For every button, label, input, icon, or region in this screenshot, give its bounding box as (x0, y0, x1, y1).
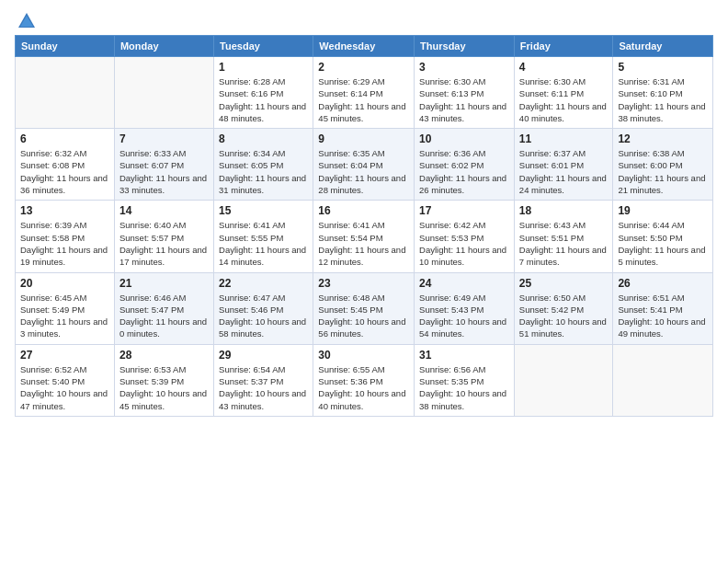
day-number: 24 (419, 277, 509, 290)
calendar-cell: 3Sunrise: 6:30 AM Sunset: 6:13 PM Daylig… (415, 57, 515, 129)
day-info: Sunrise: 6:50 AM Sunset: 5:42 PM Dayligh… (519, 292, 609, 340)
day-info: Sunrise: 6:33 AM Sunset: 6:07 PM Dayligh… (119, 147, 209, 196)
calendar-cell: 24Sunrise: 6:49 AM Sunset: 5:43 PM Dayli… (415, 272, 515, 344)
day-info: Sunrise: 6:30 AM Sunset: 6:13 PM Dayligh… (419, 75, 509, 124)
day-number: 15 (219, 204, 308, 217)
day-number: 28 (119, 349, 209, 362)
day-info: Sunrise: 6:52 AM Sunset: 5:40 PM Dayligh… (20, 363, 109, 412)
day-number: 27 (20, 349, 109, 362)
day-info: Sunrise: 6:53 AM Sunset: 5:39 PM Dayligh… (119, 363, 209, 412)
weekday-header-saturday: Saturday (613, 36, 713, 57)
calendar-cell: 12Sunrise: 6:38 AM Sunset: 6:00 PM Dayli… (613, 129, 713, 201)
calendar-cell: 4Sunrise: 6:30 AM Sunset: 6:11 PM Daylig… (514, 57, 613, 129)
day-info: Sunrise: 6:37 AM Sunset: 6:01 PM Dayligh… (519, 147, 609, 196)
calendar-cell: 5Sunrise: 6:31 AM Sunset: 6:10 PM Daylig… (613, 57, 713, 129)
day-info: Sunrise: 6:28 AM Sunset: 6:16 PM Dayligh… (219, 75, 308, 124)
calendar-cell (114, 57, 213, 129)
day-number: 18 (519, 204, 609, 217)
calendar-cell: 21Sunrise: 6:46 AM Sunset: 5:47 PM Dayli… (114, 272, 213, 344)
day-number: 13 (20, 204, 109, 217)
day-number: 25 (519, 277, 609, 290)
day-number: 23 (318, 277, 409, 290)
day-info: Sunrise: 6:39 AM Sunset: 5:58 PM Dayligh… (20, 219, 109, 268)
week-row-5: 27Sunrise: 6:52 AM Sunset: 5:40 PM Dayli… (16, 344, 713, 416)
day-info: Sunrise: 6:44 AM Sunset: 5:50 PM Dayligh… (618, 219, 708, 268)
calendar-cell: 13Sunrise: 6:39 AM Sunset: 5:58 PM Dayli… (16, 201, 115, 272)
day-info: Sunrise: 6:54 AM Sunset: 5:37 PM Dayligh… (219, 363, 308, 412)
day-number: 10 (419, 132, 509, 145)
week-row-4: 20Sunrise: 6:45 AM Sunset: 5:49 PM Dayli… (16, 272, 713, 344)
calendar-cell: 28Sunrise: 6:53 AM Sunset: 5:39 PM Dayli… (114, 344, 213, 416)
day-number: 17 (419, 204, 509, 217)
day-number: 31 (419, 349, 509, 362)
day-info: Sunrise: 6:34 AM Sunset: 6:05 PM Dayligh… (219, 147, 308, 196)
weekday-header-tuesday: Tuesday (214, 36, 313, 57)
calendar-cell: 7Sunrise: 6:33 AM Sunset: 6:07 PM Daylig… (114, 129, 213, 201)
day-number: 6 (20, 132, 109, 145)
day-info: Sunrise: 6:45 AM Sunset: 5:49 PM Dayligh… (20, 292, 109, 340)
day-number: 1 (219, 61, 308, 74)
day-number: 5 (618, 61, 708, 74)
calendar-cell: 26Sunrise: 6:51 AM Sunset: 5:41 PM Dayli… (613, 272, 713, 344)
calendar-cell: 19Sunrise: 6:44 AM Sunset: 5:50 PM Dayli… (613, 201, 713, 272)
day-number: 11 (519, 132, 609, 145)
calendar-cell (514, 344, 613, 416)
day-info: Sunrise: 6:48 AM Sunset: 5:45 PM Dayligh… (318, 292, 409, 340)
day-number: 4 (519, 61, 609, 74)
day-info: Sunrise: 6:56 AM Sunset: 5:35 PM Dayligh… (419, 363, 509, 412)
day-number: 14 (119, 204, 209, 217)
calendar-cell: 1Sunrise: 6:28 AM Sunset: 6:16 PM Daylig… (214, 57, 313, 129)
calendar-cell: 27Sunrise: 6:52 AM Sunset: 5:40 PM Dayli… (16, 344, 115, 416)
day-info: Sunrise: 6:35 AM Sunset: 6:04 PM Dayligh… (318, 147, 409, 196)
day-number: 26 (618, 277, 708, 290)
day-info: Sunrise: 6:36 AM Sunset: 6:02 PM Dayligh… (419, 147, 509, 196)
day-number: 30 (318, 349, 409, 362)
day-number: 20 (20, 277, 109, 290)
day-number: 12 (618, 132, 708, 145)
calendar-cell: 16Sunrise: 6:41 AM Sunset: 5:54 PM Dayli… (313, 201, 415, 272)
day-info: Sunrise: 6:32 AM Sunset: 6:08 PM Dayligh… (20, 147, 109, 196)
day-info: Sunrise: 6:38 AM Sunset: 6:00 PM Dayligh… (618, 147, 708, 196)
weekday-header-sunday: Sunday (16, 36, 115, 57)
calendar-cell: 11Sunrise: 6:37 AM Sunset: 6:01 PM Dayli… (514, 129, 613, 201)
calendar-cell: 9Sunrise: 6:35 AM Sunset: 6:04 PM Daylig… (313, 129, 415, 201)
day-number: 19 (618, 204, 708, 217)
day-info: Sunrise: 6:47 AM Sunset: 5:46 PM Dayligh… (219, 292, 308, 340)
weekday-header-wednesday: Wednesday (313, 36, 415, 57)
day-info: Sunrise: 6:46 AM Sunset: 5:47 PM Dayligh… (119, 292, 209, 340)
day-info: Sunrise: 6:41 AM Sunset: 5:54 PM Dayligh… (318, 219, 409, 268)
day-info: Sunrise: 6:40 AM Sunset: 5:57 PM Dayligh… (119, 219, 209, 268)
day-info: Sunrise: 6:55 AM Sunset: 5:36 PM Dayligh… (318, 363, 409, 412)
calendar-cell: 30Sunrise: 6:55 AM Sunset: 5:36 PM Dayli… (313, 344, 415, 416)
weekday-header-thursday: Thursday (415, 36, 515, 57)
calendar-cell: 8Sunrise: 6:34 AM Sunset: 6:05 PM Daylig… (214, 129, 313, 201)
day-number: 7 (119, 132, 209, 145)
day-number: 22 (219, 277, 308, 290)
day-info: Sunrise: 6:31 AM Sunset: 6:10 PM Dayligh… (618, 75, 708, 124)
day-info: Sunrise: 6:30 AM Sunset: 6:11 PM Dayligh… (519, 75, 609, 124)
week-row-2: 6Sunrise: 6:32 AM Sunset: 6:08 PM Daylig… (16, 129, 713, 201)
calendar-cell: 17Sunrise: 6:42 AM Sunset: 5:53 PM Dayli… (415, 201, 515, 272)
weekday-header-row: SundayMondayTuesdayWednesdayThursdayFrid… (16, 36, 713, 57)
calendar-cell (613, 344, 713, 416)
day-number: 9 (318, 132, 409, 145)
logo-icon (17, 11, 37, 31)
calendar-cell: 22Sunrise: 6:47 AM Sunset: 5:46 PM Dayli… (214, 272, 313, 344)
calendar-cell: 14Sunrise: 6:40 AM Sunset: 5:57 PM Dayli… (114, 201, 213, 272)
day-info: Sunrise: 6:51 AM Sunset: 5:41 PM Dayligh… (618, 292, 708, 340)
calendar-cell: 20Sunrise: 6:45 AM Sunset: 5:49 PM Dayli… (16, 272, 115, 344)
day-number: 29 (219, 349, 308, 362)
day-number: 21 (119, 277, 209, 290)
calendar-cell: 10Sunrise: 6:36 AM Sunset: 6:02 PM Dayli… (415, 129, 515, 201)
logo (15, 11, 37, 28)
calendar-cell: 25Sunrise: 6:50 AM Sunset: 5:42 PM Dayli… (514, 272, 613, 344)
day-info: Sunrise: 6:41 AM Sunset: 5:55 PM Dayligh… (219, 219, 308, 268)
header (15, 11, 713, 28)
weekday-header-monday: Monday (114, 36, 213, 57)
calendar-cell (16, 57, 115, 129)
page: SundayMondayTuesdayWednesdayThursdayFrid… (0, 0, 728, 563)
calendar-cell: 6Sunrise: 6:32 AM Sunset: 6:08 PM Daylig… (16, 129, 115, 201)
day-number: 16 (318, 204, 409, 217)
calendar-cell: 29Sunrise: 6:54 AM Sunset: 5:37 PM Dayli… (214, 344, 313, 416)
calendar-cell: 18Sunrise: 6:43 AM Sunset: 5:51 PM Dayli… (514, 201, 613, 272)
